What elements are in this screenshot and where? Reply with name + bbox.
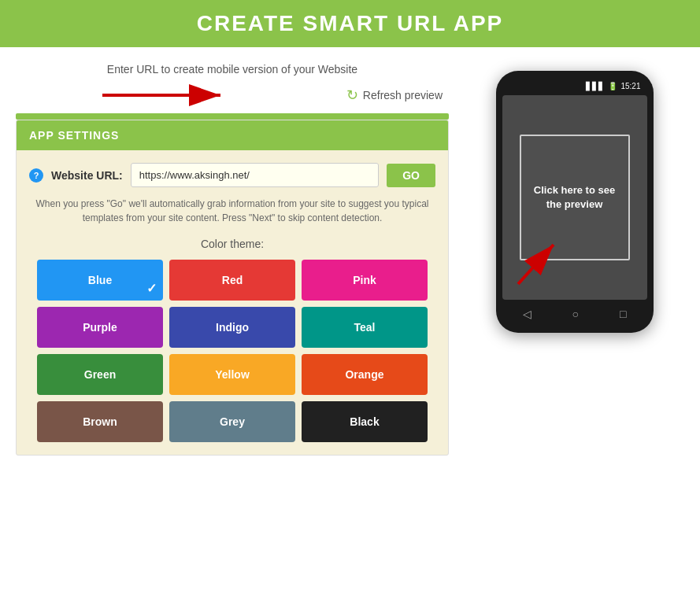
color-swatch-black[interactable]: Black	[302, 401, 428, 442]
url-input[interactable]	[131, 163, 379, 187]
phone-nav-bar: ◁ ○ □	[502, 300, 647, 323]
nav-home-icon[interactable]: ○	[572, 308, 579, 320]
nav-back-icon[interactable]: ◁	[523, 308, 531, 320]
color-swatch-orange[interactable]: Orange	[302, 354, 428, 395]
color-theme-label: Color theme:	[29, 238, 435, 250]
left-panel: Enter URL to create mobile version of yo…	[16, 63, 449, 456]
phone-status-bar: ▋▋▋ 🔋 15:21	[502, 80, 647, 95]
refresh-preview-button[interactable]: ↻ Refresh preview	[340, 83, 449, 107]
refresh-icon: ↻	[346, 87, 358, 104]
app-settings-body: ? Website URL: GO When you press "Go" we…	[17, 150, 448, 455]
color-swatch-yellow[interactable]: Yellow	[169, 354, 295, 395]
nav-square-icon[interactable]: □	[620, 308, 626, 320]
color-swatch-pink[interactable]: Pink	[302, 260, 428, 301]
phone-time: 15:21	[620, 82, 640, 90]
color-swatch-brown[interactable]: Brown	[37, 401, 163, 442]
app-settings-panel: APP SETTINGS ? Website URL: GO When you …	[16, 120, 449, 456]
right-panel: ▋▋▋ 🔋 15:21 Click here to see the previe…	[465, 63, 684, 456]
color-swatch-grey[interactable]: Grey	[169, 401, 295, 442]
color-swatch-teal[interactable]: Teal	[302, 307, 428, 348]
phone-screen[interactable]: Click here to see the preview	[502, 95, 647, 300]
preview-text: Click here to see the preview	[521, 175, 628, 220]
main-layout: Enter URL to create mobile version of yo…	[0, 47, 700, 463]
red-arrow-icon	[94, 76, 252, 115]
signal-icon: ▋▋▋	[586, 82, 605, 90]
website-url-row: ? Website URL: GO	[29, 163, 435, 187]
help-icon[interactable]: ?	[29, 168, 43, 183]
color-swatch-blue[interactable]: Blue	[37, 260, 163, 301]
color-swatch-indigo[interactable]: Indigo	[169, 307, 295, 348]
refresh-label: Refresh preview	[363, 89, 443, 101]
page-header: CREATE SMART URL APP	[0, 0, 700, 47]
refresh-row: ↻ Refresh preview	[16, 83, 449, 107]
page-title: CREATE SMART URL APP	[0, 11, 700, 36]
intro-text: Enter URL to create mobile version of yo…	[16, 63, 449, 76]
battery-icon: 🔋	[608, 82, 617, 90]
color-swatch-red[interactable]: Red	[169, 260, 295, 301]
app-settings-header: APP SETTINGS	[17, 120, 448, 150]
color-swatch-purple[interactable]: Purple	[37, 307, 163, 348]
color-grid: BlueRedPinkPurpleIndigoTealGreenYellowOr…	[29, 260, 435, 442]
phone-preview-arrow-icon	[506, 229, 569, 292]
app-settings-title: APP SETTINGS	[29, 129, 119, 142]
website-url-label: Website URL:	[51, 169, 123, 182]
phone-mockup: ▋▋▋ 🔋 15:21 Click here to see the previe…	[496, 71, 654, 333]
color-swatch-green[interactable]: Green	[37, 354, 163, 395]
hint-text: When you press "Go" we'll automatically …	[29, 197, 435, 225]
go-button[interactable]: GO	[387, 164, 435, 187]
svg-line-3	[518, 245, 554, 284]
